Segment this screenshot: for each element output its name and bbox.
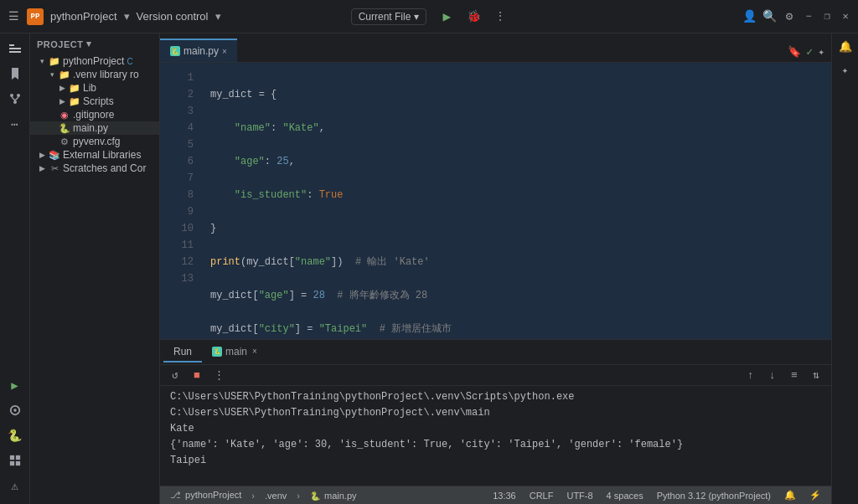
toolbar-more-button[interactable]: ⋮	[210, 367, 227, 383]
main-tab-label: main	[225, 346, 247, 357]
chevron-gitignore	[47, 110, 57, 120]
problems-button[interactable]: ⚠	[3, 474, 27, 497]
stop-button[interactable]: ■	[189, 367, 205, 383]
tree-header-chevron: ▾	[86, 39, 92, 49]
restart-button[interactable]: ↺	[167, 367, 183, 383]
tree-item-lib[interactable]: ▶ 📁 Lib	[30, 81, 159, 95]
svg-line-7	[15, 97, 18, 100]
debug-button[interactable]: 🐞	[467, 10, 480, 23]
tree-label-scratches: Scratches and Cor	[63, 162, 146, 174]
bottom-tab-run[interactable]: Run	[163, 342, 202, 363]
statusbar-python[interactable]: Python 3.12 (pythonProject)	[654, 491, 774, 501]
run-button[interactable]: ▶	[440, 10, 453, 23]
sidebar-item-git[interactable]	[3, 87, 27, 111]
settings-icon[interactable]: ⚙	[783, 10, 796, 23]
bottom-panel: Run 🐍 main × ↺ ■ ⋮ ↑ ↓ ≡ ⇅ C:\Users\USER…	[160, 339, 831, 486]
tree-item-gitignore[interactable]: ◉ .gitignore	[30, 108, 159, 121]
notification-bell[interactable]: 🔔	[835, 37, 855, 57]
tree-item-scratches[interactable]: ▶ ✂ Scratches and Cor	[30, 162, 159, 175]
bottom-toolbar: ↺ ■ ⋮ ↑ ↓ ≡ ⇅	[160, 365, 831, 386]
statusbar-file-name: main.py	[324, 491, 357, 501]
more-options-button[interactable]: ⋮	[494, 10, 507, 23]
services-button[interactable]	[3, 449, 27, 472]
filter-button[interactable]: ≡	[786, 367, 803, 383]
terminal-output[interactable]: C:\Users\USER\PythonTraining\pythonProje…	[160, 386, 831, 486]
file-tree: Project ▾ ▾ 📁 pythonProject C ▾ 📁 .venv …	[30, 33, 160, 504]
folder-pythonProject-icon: 📁	[49, 55, 60, 67]
minimize-button[interactable]: −	[803, 11, 814, 23]
statusbar-sep2: ›	[297, 491, 300, 501]
sidebar-bottom-actions: ▶ 🐍 ⚠	[3, 373, 27, 504]
sidebar-item-project[interactable]	[3, 37, 27, 60]
folder-scratches-icon: ✂	[49, 162, 60, 174]
search-icon[interactable]: 🔍	[762, 10, 776, 23]
account-icon[interactable]: 👤	[742, 10, 756, 23]
bookmark-icon[interactable]: 🔖	[788, 45, 801, 59]
svg-line-6	[12, 97, 15, 100]
tree-item-pythonProject[interactable]: ▾ 📁 pythonProject C	[30, 54, 159, 68]
editor-tab-mainpy[interactable]: 🐍 main.py ×	[160, 39, 237, 62]
check-icon[interactable]: ✓	[806, 45, 813, 59]
chevron-ext-libs: ▶	[37, 150, 47, 160]
statusbar-notification-icon[interactable]: 🔔	[781, 490, 799, 501]
tree-label-scripts: Scripts	[83, 95, 114, 107]
bottom-tab-main[interactable]: 🐍 main ×	[202, 342, 267, 363]
sort-button[interactable]: ⇅	[808, 367, 824, 383]
statusbar-python-icon: 🐍	[310, 491, 320, 501]
copilot-icon[interactable]: ✦	[818, 45, 824, 59]
scroll-down-button[interactable]: ↓	[764, 367, 781, 383]
python-console-button[interactable]: 🐍	[3, 424, 27, 447]
svg-point-4	[17, 94, 20, 97]
statusbar-path2[interactable]: 🐍 main.py	[307, 491, 360, 501]
tree-item-ext-libs[interactable]: ▶ 📚 External Libraries	[30, 148, 159, 162]
close-button[interactable]: ✕	[840, 11, 851, 23]
terminal-line-3: {'name': 'Kate', 'age': 30, 'is_student'…	[170, 437, 821, 453]
tree-item-pyvenv[interactable]: ⚙ pyvenv.cfg	[30, 135, 159, 148]
current-file-selector[interactable]: Current File ▾	[351, 8, 427, 25]
statusbar-encoding[interactable]: UTF-8	[563, 491, 596, 501]
terminal-line-5	[170, 469, 821, 485]
hamburger-icon[interactable]: ☰	[7, 10, 20, 23]
scroll-up-button[interactable]: ↑	[742, 367, 759, 383]
titlebar-center: Current File ▾ ▶ 🐞 ⋮	[351, 8, 508, 25]
badge-C: C	[127, 57, 132, 66]
chevron-project: ▾	[124, 10, 130, 23]
statusbar-branch[interactable]: ⎇ pythonProject	[167, 490, 245, 501]
chevron-venv: ▾	[47, 69, 57, 80]
statusbar-position[interactable]: 13:36	[489, 491, 519, 501]
tree-item-venv[interactable]: ▾ 📁 .venv library ro	[30, 68, 159, 81]
project-name[interactable]: pythonProject	[50, 10, 117, 23]
chevron-pythonProject: ▾	[37, 56, 47, 66]
tree-item-mainpy[interactable]: 🐍 main.py	[30, 121, 159, 135]
run-tab-label: Run	[173, 346, 192, 357]
tree-label-pyvenv: pyvenv.cfg	[73, 136, 120, 147]
tree-label-gitignore: .gitignore	[73, 109, 114, 121]
copilot-sidebar[interactable]: ✦	[835, 60, 855, 80]
statusbar-path1[interactable]: .venv	[261, 491, 290, 501]
statusbar-indent[interactable]: 4 spaces	[603, 491, 647, 501]
version-control-label[interactable]: Version control	[137, 10, 209, 23]
tab-close-button[interactable]: ×	[222, 47, 227, 56]
tree-header-label: Project	[37, 39, 83, 49]
sidebar-item-more[interactable]: ⋯	[3, 112, 27, 136]
file-mainpy-icon: 🐍	[59, 122, 70, 134]
debug-sidebar-button[interactable]	[3, 399, 27, 422]
folder-venv-icon: 📁	[59, 69, 70, 80]
code-editor[interactable]: my_dict = { "name": "Kate", "age": 25, "…	[200, 63, 831, 339]
maximize-button[interactable]: ❐	[821, 11, 833, 23]
tree-label-ext-libs: External Libraries	[63, 149, 141, 161]
statusbar-power-icon[interactable]: ⚡	[806, 490, 824, 501]
svg-rect-12	[9, 461, 13, 465]
tree-item-scripts[interactable]: ▶ 📁 Scripts	[30, 95, 159, 108]
code-scroll[interactable]: 1 2 3 4 5 6 7 8 9 10 11 12 13 my_dict = …	[160, 63, 831, 339]
statusbar-line-sep[interactable]: CRLF	[526, 491, 557, 501]
icon-sidebar: ⋯ ▶ 🐍 ⚠	[0, 33, 30, 504]
run-sidebar-button[interactable]: ▶	[3, 373, 27, 397]
line-numbers: 1 2 3 4 5 6 7 8 9 10 11 12 13	[160, 63, 200, 339]
code-line-4: "is_student": True	[210, 187, 821, 203]
tree-header: Project ▾	[30, 33, 159, 54]
main-tab-close[interactable]: ×	[252, 347, 257, 356]
chevron-mainpy	[47, 123, 57, 133]
terminal-line-2: Kate	[170, 421, 821, 437]
sidebar-item-bookmarks[interactable]	[3, 62, 27, 85]
